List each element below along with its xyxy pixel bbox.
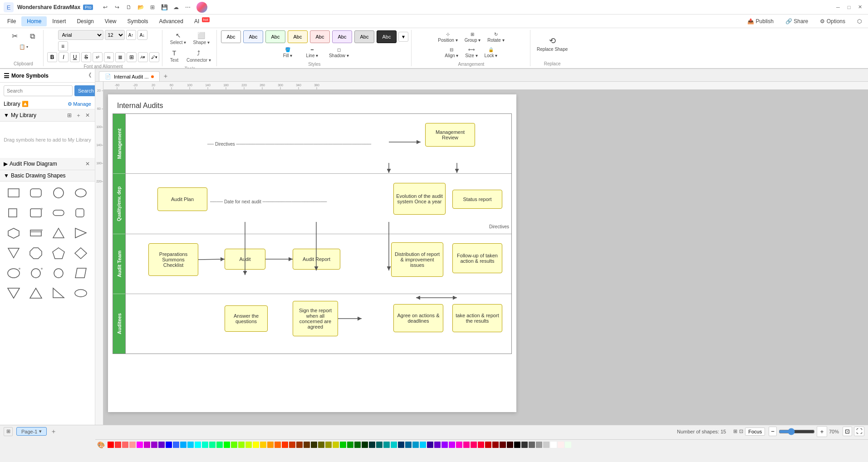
position-button[interactable]: ⊹ Position ▾ (435, 30, 460, 44)
view-toggle[interactable]: ⊞ (4, 427, 13, 436)
paste-button[interactable]: 📋▾ (15, 42, 32, 52)
fit-icon[interactable]: ⊡ (739, 428, 743, 434)
lock-button[interactable]: 🔒 Lock ▾ (482, 45, 500, 60)
shape-parallelogram[interactable] (71, 264, 91, 282)
sidebar-collapse-button[interactable]: 《 (86, 72, 91, 79)
close-audit-flow-button[interactable]: ✕ (84, 160, 91, 167)
save-button[interactable]: 💾 (159, 2, 169, 12)
shape-square[interactable] (4, 204, 24, 222)
search-input[interactable] (4, 85, 73, 96)
template-button[interactable]: ⊞ (147, 2, 157, 12)
shape-diamond[interactable] (71, 244, 91, 262)
rotate-button[interactable]: ↻ Rotate ▾ (485, 30, 507, 44)
style-4[interactable]: Abc (288, 30, 308, 43)
font-decrease-button[interactable]: A↓ (137, 30, 147, 40)
open-button[interactable]: 📂 (136, 2, 146, 12)
style-7[interactable]: Abc (354, 30, 374, 43)
sign-report-box[interactable]: Sign the report when all concerned are a… (293, 301, 338, 336)
close-button[interactable]: ✕ (855, 3, 864, 12)
new-group-button[interactable]: ⊞ (66, 112, 73, 119)
size-button[interactable]: ⟷ Size ▾ (462, 45, 480, 60)
audit-report-box[interactable]: Audit Report (293, 249, 340, 270)
shape-triangle-up[interactable] (49, 224, 69, 242)
underline-button[interactable]: U (70, 52, 80, 62)
expand-button[interactable]: ⬡ (853, 17, 866, 26)
shape-hexagon[interactable] (4, 224, 24, 242)
shape-circle[interactable] (49, 184, 69, 202)
shape-tool-button[interactable]: ⬜ Shape ▾ (190, 30, 212, 47)
publish-button[interactable]: 📤 Publish (743, 17, 778, 26)
copy-button[interactable]: ⧉ (24, 30, 40, 42)
menu-file[interactable]: File (2, 16, 21, 26)
status-report-box[interactable]: Status report (452, 190, 502, 209)
redo-button[interactable]: ↪ (112, 2, 122, 12)
font-increase-button[interactable]: A↑ (126, 30, 136, 40)
user-avatar[interactable] (196, 2, 207, 13)
connector-tool-button[interactable]: ⤴ Connector ▾ (184, 48, 214, 64)
italic-button[interactable]: I (59, 52, 69, 62)
font-size-select[interactable]: 12 (105, 30, 125, 40)
style-5[interactable]: Abc (310, 30, 330, 43)
font-family-select[interactable]: Arial (58, 30, 103, 40)
management-review-box[interactable]: Management Review (425, 123, 475, 147)
more-button[interactable]: ⋯ (183, 2, 193, 12)
superscript-button[interactable]: x² (93, 52, 103, 62)
group-button[interactable]: ⊞ Group ▾ (462, 30, 484, 44)
style-8[interactable]: Abc (377, 30, 397, 43)
strikethrough-button[interactable]: S (81, 52, 91, 62)
shape-triangle-outline[interactable] (26, 284, 46, 302)
style-6[interactable]: Abc (332, 30, 352, 43)
minimize-button[interactable]: ─ (834, 3, 843, 12)
highlight-button[interactable]: 🖊▾ (149, 52, 159, 62)
maximize-button[interactable]: □ (844, 3, 853, 12)
layers-icon[interactable]: ⊞ (733, 428, 737, 434)
options-button[interactable]: ⚙ Options (815, 17, 850, 26)
bold-button[interactable]: B (47, 52, 57, 62)
manage-button[interactable]: ⚙ Manage (68, 101, 91, 107)
indent-button[interactable]: ⊞ (127, 52, 137, 62)
agree-box[interactable]: Agree on actions & deadlines (393, 304, 443, 332)
evolution-box[interactable]: Evolution of the audit system Once a yea… (393, 183, 446, 215)
shape-circle-2[interactable] (49, 264, 69, 282)
shadow-button[interactable]: ◻ Shadow ▾ (325, 45, 353, 60)
shape-triangle-right[interactable] (71, 224, 91, 242)
list-button[interactable]: ≣ (115, 52, 125, 62)
shape-triangle-down[interactable] (4, 244, 24, 262)
page-tab[interactable]: Page-1 ▾ (16, 427, 47, 436)
zoom-in-button[interactable]: ＋ (817, 426, 827, 437)
shape-pentagon[interactable] (49, 244, 69, 262)
close-library-button[interactable]: ✕ (84, 112, 91, 119)
menu-insert[interactable]: Insert (47, 16, 71, 26)
shape-ellipse-dot[interactable] (4, 264, 24, 282)
subscript-button[interactable]: x₂ (104, 52, 114, 62)
menu-ai[interactable]: AI hot (189, 16, 215, 26)
basic-shapes-header[interactable]: ▼ Basic Drawing Shapes (0, 170, 95, 182)
shape-rounded-rect[interactable] (26, 184, 46, 202)
shape-rounded-square[interactable] (71, 204, 91, 222)
shape-stadium[interactable] (49, 204, 69, 222)
followup-box[interactable]: Follow-up of taken action & results (452, 243, 502, 273)
shape-rectangle[interactable] (4, 184, 24, 202)
my-library-header[interactable]: ▼ My Library ⊞ ＋ ✕ (0, 109, 95, 122)
distribution-box[interactable]: Distribution of report & improvement iss… (391, 242, 443, 277)
styles-expand-button[interactable]: ▾ (398, 32, 408, 42)
add-to-library-button[interactable]: ＋ (75, 112, 82, 119)
zoom-slider[interactable] (779, 428, 815, 435)
shape-oval[interactable] (71, 184, 91, 202)
style-1[interactable]: Abc (221, 30, 241, 43)
share-button[interactable]: 🔗 Share (781, 17, 813, 26)
audit-plan-box[interactable]: Audit Plan (157, 187, 207, 211)
cloud-button[interactable]: ☁ (171, 2, 181, 12)
replace-shape-button[interactable]: ⟲ Replace Shape (534, 34, 570, 54)
search-button[interactable]: Search (74, 85, 95, 96)
shape-filmstrip[interactable] (26, 224, 46, 242)
add-tab-button[interactable]: ＋ (161, 71, 171, 81)
cut-button[interactable]: ✂ (6, 30, 23, 42)
align-button[interactable]: ⊟ Align ▾ (442, 45, 461, 60)
audit-box[interactable]: Audit (225, 249, 265, 270)
shape-circle-dot[interactable] (26, 264, 46, 282)
text-tool-button[interactable]: T Text (166, 48, 182, 64)
menu-home[interactable]: Home (21, 16, 47, 26)
take-action-box[interactable]: take action & report the results (452, 304, 502, 332)
shape-octagon[interactable] (26, 244, 46, 262)
